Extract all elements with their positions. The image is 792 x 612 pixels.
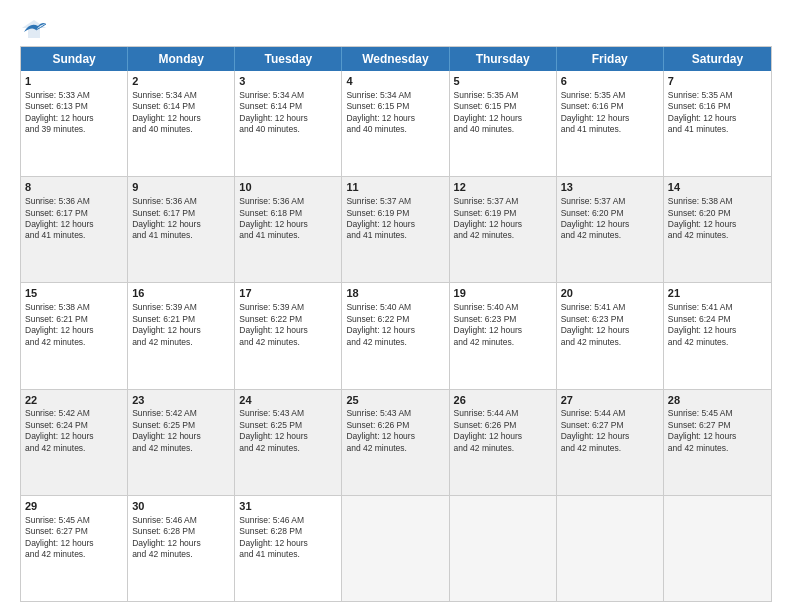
day-info: Sunset: 6:21 PM [25,314,123,325]
calendar-day-19: 19Sunrise: 5:40 AMSunset: 6:23 PMDayligh… [450,283,557,388]
day-info: Daylight: 12 hours [668,113,767,124]
calendar-day-12: 12Sunrise: 5:37 AMSunset: 6:19 PMDayligh… [450,177,557,282]
day-info: Sunset: 6:22 PM [346,314,444,325]
day-info: Sunrise: 5:41 AM [668,302,767,313]
svg-marker-0 [22,20,46,38]
day-number: 22 [25,393,123,408]
day-info: Sunset: 6:14 PM [239,101,337,112]
day-info: and 42 minutes. [346,443,444,454]
day-info: Daylight: 12 hours [239,219,337,230]
calendar-day-18: 18Sunrise: 5:40 AMSunset: 6:22 PMDayligh… [342,283,449,388]
calendar-day-2: 2Sunrise: 5:34 AMSunset: 6:14 PMDaylight… [128,71,235,176]
day-info: Sunset: 6:20 PM [561,208,659,219]
day-info: Daylight: 12 hours [346,325,444,336]
day-info: Sunset: 6:19 PM [454,208,552,219]
day-info: Sunset: 6:14 PM [132,101,230,112]
day-info: Daylight: 12 hours [132,325,230,336]
day-info: and 40 minutes. [239,124,337,135]
day-number: 27 [561,393,659,408]
day-info: Sunset: 6:19 PM [346,208,444,219]
day-number: 6 [561,74,659,89]
empty-cell [557,496,664,601]
day-info: and 41 minutes. [25,230,123,241]
calendar-day-23: 23Sunrise: 5:42 AMSunset: 6:25 PMDayligh… [128,390,235,495]
day-info: Sunset: 6:26 PM [346,420,444,431]
day-info: and 42 minutes. [132,549,230,560]
day-info: Sunrise: 5:36 AM [239,196,337,207]
day-info: Sunset: 6:17 PM [25,208,123,219]
day-info: Sunrise: 5:34 AM [346,90,444,101]
day-info: and 41 minutes. [346,230,444,241]
day-number: 25 [346,393,444,408]
day-info: and 42 minutes. [25,549,123,560]
header-day-monday: Monday [128,47,235,71]
day-info: Sunrise: 5:35 AM [561,90,659,101]
day-info: Daylight: 12 hours [561,431,659,442]
logo [20,18,52,40]
day-info: Sunrise: 5:43 AM [346,408,444,419]
calendar-day-4: 4Sunrise: 5:34 AMSunset: 6:15 PMDaylight… [342,71,449,176]
day-info: Sunrise: 5:38 AM [668,196,767,207]
day-info: Sunrise: 5:37 AM [346,196,444,207]
day-info: Sunset: 6:26 PM [454,420,552,431]
day-info: and 40 minutes. [454,124,552,135]
calendar: SundayMondayTuesdayWednesdayThursdayFrid… [20,46,772,602]
day-info: Sunrise: 5:40 AM [454,302,552,313]
calendar-day-7: 7Sunrise: 5:35 AMSunset: 6:16 PMDaylight… [664,71,771,176]
day-info: and 42 minutes. [25,337,123,348]
header-day-tuesday: Tuesday [235,47,342,71]
day-info: Sunset: 6:16 PM [668,101,767,112]
day-info: Sunset: 6:28 PM [239,526,337,537]
day-info: and 41 minutes. [668,124,767,135]
header-day-thursday: Thursday [450,47,557,71]
day-info: Sunrise: 5:44 AM [561,408,659,419]
day-info: Daylight: 12 hours [346,113,444,124]
day-info: Daylight: 12 hours [668,219,767,230]
header-day-friday: Friday [557,47,664,71]
calendar-day-17: 17Sunrise: 5:39 AMSunset: 6:22 PMDayligh… [235,283,342,388]
day-number: 28 [668,393,767,408]
day-info: Sunset: 6:18 PM [239,208,337,219]
day-info: and 42 minutes. [668,443,767,454]
day-info: Sunset: 6:27 PM [25,526,123,537]
day-number: 17 [239,286,337,301]
day-number: 1 [25,74,123,89]
day-info: Sunset: 6:27 PM [561,420,659,431]
calendar-day-10: 10Sunrise: 5:36 AMSunset: 6:18 PMDayligh… [235,177,342,282]
day-info: Daylight: 12 hours [561,113,659,124]
day-info: and 42 minutes. [668,337,767,348]
page: SundayMondayTuesdayWednesdayThursdayFrid… [0,0,792,612]
day-number: 20 [561,286,659,301]
day-info: Sunset: 6:20 PM [668,208,767,219]
day-info: Sunset: 6:24 PM [25,420,123,431]
day-info: Daylight: 12 hours [454,431,552,442]
day-info: Sunrise: 5:45 AM [25,515,123,526]
header-day-sunday: Sunday [21,47,128,71]
calendar-header: SundayMondayTuesdayWednesdayThursdayFrid… [21,47,771,71]
day-number: 26 [454,393,552,408]
calendar-week-5: 29Sunrise: 5:45 AMSunset: 6:27 PMDayligh… [21,495,771,601]
day-info: and 40 minutes. [346,124,444,135]
day-number: 4 [346,74,444,89]
day-info: and 42 minutes. [239,443,337,454]
day-number: 15 [25,286,123,301]
calendar-week-2: 8Sunrise: 5:36 AMSunset: 6:17 PMDaylight… [21,176,771,282]
day-info: and 41 minutes. [239,230,337,241]
day-number: 24 [239,393,337,408]
day-info: Sunrise: 5:44 AM [454,408,552,419]
day-info: and 42 minutes. [454,230,552,241]
day-number: 16 [132,286,230,301]
calendar-week-3: 15Sunrise: 5:38 AMSunset: 6:21 PMDayligh… [21,282,771,388]
day-info: and 42 minutes. [132,443,230,454]
calendar-day-3: 3Sunrise: 5:34 AMSunset: 6:14 PMDaylight… [235,71,342,176]
day-number: 5 [454,74,552,89]
day-info: Sunset: 6:25 PM [239,420,337,431]
calendar-week-1: 1Sunrise: 5:33 AMSunset: 6:13 PMDaylight… [21,71,771,176]
day-info: and 42 minutes. [454,443,552,454]
day-info: Sunrise: 5:45 AM [668,408,767,419]
day-info: Sunrise: 5:46 AM [239,515,337,526]
day-info: Daylight: 12 hours [25,325,123,336]
day-info: and 42 minutes. [561,337,659,348]
calendar-day-28: 28Sunrise: 5:45 AMSunset: 6:27 PMDayligh… [664,390,771,495]
day-info: Daylight: 12 hours [132,431,230,442]
